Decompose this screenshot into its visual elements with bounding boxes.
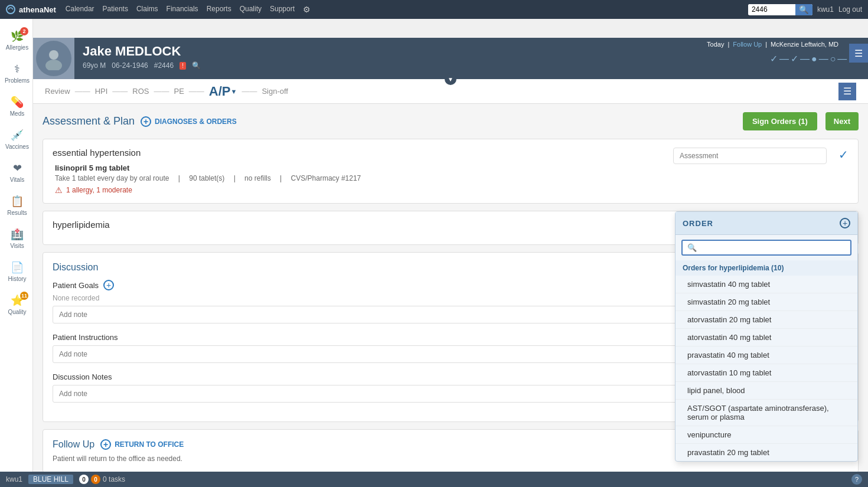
progress-step-ros[interactable]: ROS (132, 87, 149, 96)
step-line-3: —— (154, 87, 169, 96)
progress-step-review[interactable]: Review (45, 87, 70, 96)
athena-logo: athenaNet (6, 5, 56, 14)
breadcrumb-pipe: | (727, 41, 729, 48)
progress-step-signoff[interactable]: Sign-off (262, 87, 288, 96)
order-item-3[interactable]: atorvastatin 40 mg tablet (676, 329, 857, 347)
med-row-lisinopril: lisinopril 5 mg tablet Take 1 tablet eve… (53, 164, 666, 195)
nav-claims[interactable]: Claims (136, 5, 158, 14)
top-nav-right: 🔍 kwu1 Log out (748, 4, 862, 15)
allergy-warning-text: 1 allergy, 1 moderate (66, 186, 132, 194)
patient-search-button[interactable]: 🔍 (795, 4, 812, 15)
order-search-input[interactable] (699, 243, 846, 252)
order-category-label: Orders for hyperlipidemia (10) (676, 260, 857, 276)
hamburger-menu-button[interactable]: ☰ (849, 44, 868, 63)
visits-icon: 🏥 (11, 228, 24, 241)
order-item-4[interactable]: pravastatin 40 mg tablet (676, 347, 857, 364)
hypertension-check-icon[interactable]: ✓ (838, 148, 849, 162)
ap-section-header: Assessment & Plan + DIAGNOSES & ORDERS S… (43, 112, 859, 130)
progress-step-hpi[interactable]: HPI (95, 87, 108, 96)
progress-step-ap[interactable]: A/P ▼ (209, 84, 237, 99)
sidebar-item-history[interactable]: 📄 History (0, 255, 32, 288)
add-diagnoses-button[interactable]: + DIAGNOSES & ORDERS (141, 116, 237, 127)
hypertension-row: essential hypertension lisinopril 5 mg t… (53, 148, 849, 195)
vaccines-icon: 💉 (11, 129, 24, 142)
sidebar-item-problems[interactable]: ⚕ Problems (0, 57, 32, 90)
nav-quality[interactable]: Quality (240, 5, 262, 14)
order-header: ORDER + (676, 212, 857, 235)
hypertension-assessment-field (673, 148, 827, 164)
order-item-2[interactable]: atorvastatin 20 mg tablet (676, 311, 857, 329)
breadcrumb-followup[interactable]: Follow Up (733, 41, 762, 48)
patient-search-box[interactable]: 🔍 (748, 4, 812, 15)
nav-links: Calendar Patients Claims Financials Repo… (66, 5, 311, 14)
patient-search-input[interactable] (748, 4, 795, 15)
ap-chevron-icon: ▼ (231, 88, 237, 95)
patient-details: 69yo M 06-24-1946 #2446 ! 🔍 (83, 61, 750, 70)
collapse-header-button[interactable]: ▼ (445, 73, 456, 85)
order-item-5[interactable]: atorvastatin 10 mg tablet (676, 364, 857, 382)
nav-patients[interactable]: Patients (103, 5, 128, 14)
next-button[interactable]: Next (825, 112, 859, 130)
sidebar-item-allergies[interactable]: 🌿 2 Allergies (0, 24, 32, 57)
return-to-office-label: RETURN TO OFFICE (115, 440, 184, 449)
order-item-0[interactable]: simvastatin 40 mg tablet (676, 276, 857, 293)
flag-icon[interactable]: ! (180, 62, 186, 70)
nav-username: kwu1 (817, 5, 834, 14)
breadcrumb-today: Today (707, 41, 724, 48)
allergy-warning: ⚠ 1 allergy, 1 moderate (55, 185, 666, 195)
sidebar-item-vitals[interactable]: ❤ Vitals (0, 156, 32, 189)
return-to-office-button[interactable]: + RETURN TO OFFICE (100, 439, 184, 450)
help-button[interactable]: ? (851, 474, 862, 485)
patient-goals-add-icon[interactable]: + (103, 280, 114, 290)
discussion-notes-label: Discussion Notes (53, 372, 112, 381)
hyperlipidemia-left: hyperlipidemia (53, 220, 688, 230)
order-item-9[interactable]: pravastatin 20 mg tablet (676, 444, 857, 461)
status-org: BLUE HILL (28, 475, 73, 484)
sidebar-item-meds[interactable]: 💊 Meds (0, 90, 32, 123)
sidebar: 🌿 2 Allergies ⚕ Problems 💊 Meds 💉 Vaccin… (0, 19, 33, 487)
breadcrumb-doctor: McKenzie Leftwich, MD (771, 41, 838, 48)
nav-financials[interactable]: Financials (167, 5, 198, 14)
med-sig: Take 1 tablet every day by oral route (55, 174, 169, 182)
nav-calendar[interactable]: Calendar (66, 5, 94, 14)
patient-instructions-label: Patient Instructions (53, 333, 118, 342)
sidebar-item-vaccines[interactable]: 💉 Vaccines (0, 123, 32, 156)
sidebar-item-visits[interactable]: 🏥 Visits (0, 222, 32, 255)
order-panel-title: ORDER (683, 219, 713, 228)
nav-support[interactable]: Support (270, 5, 295, 14)
sidebar-label-visits: Visits (10, 243, 24, 249)
step-line-1: —— (75, 87, 90, 96)
progress-menu-button[interactable]: ☰ (838, 83, 856, 100)
sidebar-item-quality[interactable]: ⭐ 11 Quality (0, 288, 32, 321)
sidebar-item-results[interactable]: 📋 Results (0, 189, 32, 222)
ap-title: Assessment & Plan + DIAGNOSES & ORDERS (43, 115, 237, 128)
sign-orders-button[interactable]: Sign Orders (1) (743, 112, 817, 130)
patient-search-icon[interactable]: 🔍 (192, 61, 201, 70)
problems-icon: ⚕ (14, 63, 20, 76)
logout-link[interactable]: Log out (838, 5, 862, 14)
patient-dob: 06-24-1946 (112, 61, 148, 70)
history-icon: 📄 (11, 261, 24, 274)
avatar-image (36, 41, 71, 76)
ap-title-text: Assessment & Plan (43, 115, 135, 128)
order-item-1[interactable]: simvastatin 20 mg tablet (676, 293, 857, 311)
patient-chart-num: #2446 (154, 61, 174, 70)
allergy-warning-icon: ⚠ (55, 185, 63, 195)
quality-badge-container: ⭐ 11 (11, 294, 24, 307)
nav-reports[interactable]: Reports (207, 5, 231, 14)
patient-age-sex: 69yo M (83, 61, 106, 70)
settings-icon[interactable]: ⚙ (303, 5, 311, 14)
progress-step-pe[interactable]: PE (174, 87, 184, 96)
order-search-box[interactable]: 🔍 (681, 240, 851, 256)
allergies-count: 2 (20, 27, 28, 35)
order-item-6[interactable]: lipid panel, blood (676, 382, 857, 400)
sidebar-label-meds: Meds (10, 110, 24, 117)
med-details-lisinopril: Take 1 tablet every day by oral route | … (55, 174, 666, 182)
med-divider2: | (234, 174, 237, 182)
order-item-7[interactable]: AST/SGOT (aspartate aminotransferase), s… (676, 400, 857, 426)
order-add-icon[interactable]: + (840, 218, 850, 228)
meds-icon: 💊 (11, 96, 24, 109)
order-item-8[interactable]: venipuncture (676, 426, 857, 444)
sidebar-label-vitals: Vitals (10, 177, 24, 183)
hypertension-assessment-input[interactable] (673, 148, 827, 164)
